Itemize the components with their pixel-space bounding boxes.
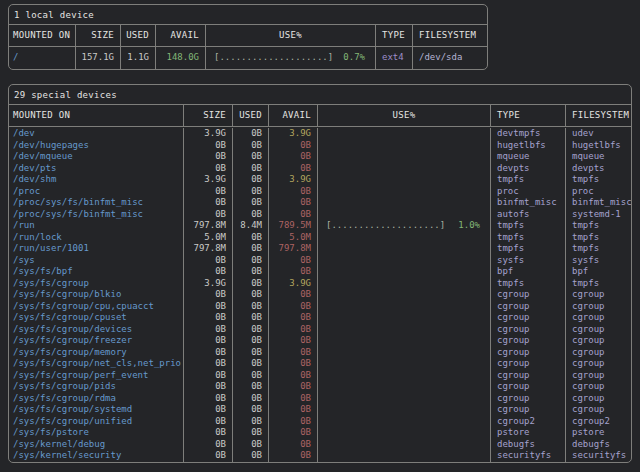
cell-mounted-on: /sys/fs/cgroup/pids bbox=[9, 381, 184, 393]
cell-used: 0B bbox=[233, 450, 269, 462]
cell-mounted-on: /sys/fs/cgroup/devices bbox=[9, 324, 184, 336]
cell-size: 0B bbox=[184, 312, 233, 324]
device-row: /sys/fs/cgroup/cpuset 0B 0B 0B cgroup cg… bbox=[9, 312, 631, 324]
cell-filesystem: tmpfs bbox=[566, 232, 631, 244]
column-header-size: SIZE bbox=[76, 25, 121, 46]
cell-use-percent bbox=[318, 209, 491, 221]
cell-avail: 0B bbox=[269, 197, 318, 209]
cell-type: cgroup bbox=[491, 335, 566, 347]
usage-percent: 1.0% bbox=[458, 220, 480, 232]
column-header-filesystem: FILESYSTEM bbox=[413, 25, 487, 46]
cell-mounted-on: /sys/fs/cgroup/cpuset bbox=[9, 312, 184, 324]
cell-size: 157.1G bbox=[76, 47, 121, 69]
cell-avail: 0B bbox=[269, 358, 318, 370]
device-row: /sys/fs/cgroup/systemd 0B 0B 0B cgroup c… bbox=[9, 404, 631, 416]
cell-use-percent bbox=[318, 151, 491, 163]
cell-mounted-on: /dev bbox=[9, 128, 184, 140]
cell-size: 0B bbox=[184, 289, 233, 301]
device-row: /sys/fs/cgroup/cpu,cpuacct 0B 0B 0B cgro… bbox=[9, 301, 631, 313]
cell-size: 0B bbox=[184, 335, 233, 347]
cell-avail: 0B bbox=[269, 370, 318, 382]
cell-type: cgroup bbox=[491, 358, 566, 370]
device-row: /proc/sys/fs/binfmt_misc 0B 0B 0B binfmt… bbox=[9, 197, 631, 209]
cell-filesystem: cgroup bbox=[566, 301, 631, 313]
cell-type: securityfs bbox=[491, 450, 566, 462]
column-header-used: USED bbox=[233, 105, 269, 126]
cell-filesystem: sysfs bbox=[566, 255, 631, 267]
cell-type: binfmt_misc bbox=[491, 197, 566, 209]
column-header-size: SIZE bbox=[184, 105, 233, 126]
local-devices-table: 1 local device MOUNTED ON SIZE USED AVAI… bbox=[8, 4, 488, 70]
cell-filesystem: tmpfs bbox=[566, 220, 631, 232]
cell-size: 0B bbox=[184, 266, 233, 278]
cell-avail: 0B bbox=[269, 186, 318, 198]
device-row: /dev/shm 3.9G 0B 3.9G tmpfs tmpfs bbox=[9, 174, 631, 186]
cell-size: 0B bbox=[184, 209, 233, 221]
special-table-title: 29 special devices bbox=[9, 85, 631, 105]
cell-avail: 0B bbox=[269, 416, 318, 428]
cell-size: 0B bbox=[184, 427, 233, 439]
cell-type: cgroup bbox=[491, 289, 566, 301]
cell-filesystem: pstore bbox=[566, 427, 631, 439]
cell-size: 3.9G bbox=[184, 128, 233, 140]
cell-used: 0B bbox=[233, 416, 269, 428]
device-row: /proc 0B 0B 0B proc proc bbox=[9, 186, 631, 198]
cell-avail: 797.8M bbox=[269, 243, 318, 255]
column-header-avail: AVAIL bbox=[269, 105, 318, 126]
cell-type: cgroup bbox=[491, 301, 566, 313]
cell-used: 0B bbox=[233, 427, 269, 439]
cell-avail: 0B bbox=[269, 289, 318, 301]
special-devices-table: 29 special devices MOUNTED ON SIZE USED … bbox=[8, 84, 632, 463]
cell-size: 0B bbox=[184, 163, 233, 175]
cell-mounted-on: /sys/fs/cgroup/net_cls,net_prio bbox=[9, 358, 184, 370]
cell-size: 3.9G bbox=[184, 174, 233, 186]
device-row: /sys/kernel/security 0B 0B 0B securityfs… bbox=[9, 450, 631, 462]
cell-type: sysfs bbox=[491, 255, 566, 267]
cell-use-percent bbox=[318, 358, 491, 370]
special-table-header: MOUNTED ON SIZE USED AVAIL USE% TYPE FIL… bbox=[9, 105, 631, 127]
cell-use-percent bbox=[318, 266, 491, 278]
cell-avail: 5.0M bbox=[269, 232, 318, 244]
cell-used: 0B bbox=[233, 266, 269, 278]
cell-avail: 0B bbox=[269, 209, 318, 221]
cell-used: 0B bbox=[233, 381, 269, 393]
cell-filesystem: cgroup bbox=[566, 358, 631, 370]
device-row: /sys/fs/cgroup/net_cls,net_prio 0B 0B 0B… bbox=[9, 358, 631, 370]
device-row: /sys/fs/cgroup/devices 0B 0B 0B cgroup c… bbox=[9, 324, 631, 336]
cell-used: 0B bbox=[233, 255, 269, 267]
column-header-used: USED bbox=[121, 25, 156, 46]
cell-size: 0B bbox=[184, 186, 233, 198]
cell-type: cgroup bbox=[491, 370, 566, 382]
cell-used: 0B bbox=[233, 140, 269, 152]
cell-used: 0B bbox=[233, 404, 269, 416]
cell-filesystem: securityfs bbox=[566, 450, 631, 462]
cell-used: 0B bbox=[233, 186, 269, 198]
device-row: /dev/mqueue 0B 0B 0B mqueue mqueue bbox=[9, 151, 631, 163]
cell-avail: 148.0G bbox=[156, 47, 206, 69]
cell-avail: 0B bbox=[269, 255, 318, 267]
cell-mounted-on: / bbox=[9, 47, 76, 69]
cell-use-percent bbox=[318, 243, 491, 255]
cell-use-percent: [....................] 0.7% bbox=[206, 47, 376, 69]
cell-use-percent bbox=[318, 335, 491, 347]
cell-avail: 0B bbox=[269, 393, 318, 405]
cell-mounted-on: /sys/kernel/debug bbox=[9, 439, 184, 451]
cell-used: 0B bbox=[233, 197, 269, 209]
terminal-screen: { "colors": { "bg": "#242528", "border":… bbox=[0, 0, 640, 472]
cell-filesystem: cgroup bbox=[566, 324, 631, 336]
cell-type: cgroup2 bbox=[491, 416, 566, 428]
cell-size: 0B bbox=[184, 347, 233, 359]
cell-type: hugetlbfs bbox=[491, 140, 566, 152]
cell-use-percent bbox=[318, 393, 491, 405]
cell-use-percent bbox=[318, 370, 491, 382]
cell-type: cgroup bbox=[491, 347, 566, 359]
cell-type: bpf bbox=[491, 266, 566, 278]
cell-use-percent bbox=[318, 324, 491, 336]
cell-size: 797.8M bbox=[184, 243, 233, 255]
device-row: /sys/fs/pstore 0B 0B 0B pstore pstore bbox=[9, 427, 631, 439]
cell-size: 0B bbox=[184, 404, 233, 416]
cell-used: 0B bbox=[233, 209, 269, 221]
cell-avail: 0B bbox=[269, 163, 318, 175]
cell-use-percent bbox=[318, 427, 491, 439]
cell-mounted-on: /dev/shm bbox=[9, 174, 184, 186]
